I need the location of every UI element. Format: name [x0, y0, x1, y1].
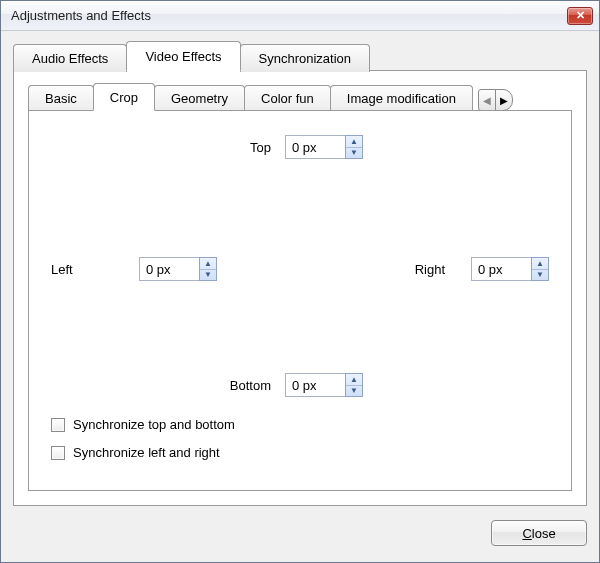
crop-left-group: Left ▲ ▼	[51, 257, 217, 281]
tab-audio-effects[interactable]: Audio Effects	[13, 44, 127, 72]
tab-synchronization[interactable]: Synchronization	[240, 44, 371, 72]
dialog-window: Adjustments and Effects ✕ Audio Effects …	[0, 0, 600, 563]
window-title: Adjustments and Effects	[11, 8, 567, 23]
spin-down-icon[interactable]: ▼	[200, 270, 216, 281]
video-effects-panel: Basic Crop Geometry Color fun Image modi…	[13, 70, 587, 506]
tab-image-modification[interactable]: Image modification	[330, 85, 473, 111]
spin-up-icon[interactable]: ▲	[532, 258, 548, 270]
crop-left-spin: ▲ ▼	[199, 257, 217, 281]
tab-video-effects[interactable]: Video Effects	[126, 41, 240, 71]
crop-top-stepper: ▲ ▼	[285, 135, 363, 159]
crop-top-input[interactable]	[285, 135, 345, 159]
sync-left-right-checkbox[interactable]	[51, 446, 65, 460]
crop-bottom-spin: ▲ ▼	[345, 373, 363, 397]
tab-crop[interactable]: Crop	[93, 83, 155, 111]
crop-bottom-input[interactable]	[285, 373, 345, 397]
crop-right-spin: ▲ ▼	[531, 257, 549, 281]
crop-left-label: Left	[51, 262, 91, 277]
sync-left-right-label: Synchronize left and right	[73, 445, 220, 460]
crop-left-input[interactable]	[139, 257, 199, 281]
spin-up-icon[interactable]: ▲	[346, 374, 362, 386]
crop-top-label: Top	[215, 140, 271, 155]
tab-scroll-left-icon[interactable]: ◀	[478, 89, 496, 111]
crop-bottom-group: Bottom ▲ ▼	[215, 373, 363, 397]
spin-up-icon[interactable]: ▲	[200, 258, 216, 270]
crop-bottom-label: Bottom	[215, 378, 271, 393]
client-area: Audio Effects Video Effects Synchronizat…	[1, 31, 599, 562]
sync-top-bottom-row[interactable]: Synchronize top and bottom	[51, 417, 235, 432]
close-icon[interactable]: ✕	[567, 7, 593, 25]
crop-left-stepper: ▲ ▼	[139, 257, 217, 281]
sync-top-bottom-checkbox[interactable]	[51, 418, 65, 432]
sync-left-right-row[interactable]: Synchronize left and right	[51, 445, 220, 460]
close-rest: lose	[532, 526, 556, 541]
crop-right-group: Right ▲ ▼	[405, 257, 549, 281]
video-effects-tabbar: Basic Crop Geometry Color fun Image modi…	[28, 83, 572, 111]
tab-color-fun[interactable]: Color fun	[244, 85, 331, 111]
spin-up-icon[interactable]: ▲	[346, 136, 362, 148]
spin-down-icon[interactable]: ▼	[532, 270, 548, 281]
dialog-footer: Close	[13, 506, 587, 550]
crop-right-label: Right	[405, 262, 445, 277]
crop-right-stepper: ▲ ▼	[471, 257, 549, 281]
tab-geometry[interactable]: Geometry	[154, 85, 245, 111]
crop-top-spin: ▲ ▼	[345, 135, 363, 159]
spin-down-icon[interactable]: ▼	[346, 386, 362, 397]
crop-panel: Top ▲ ▼ Left	[28, 110, 572, 491]
crop-right-input[interactable]	[471, 257, 531, 281]
crop-layout: Top ▲ ▼ Left	[45, 131, 555, 476]
tab-scroll: ◀ ▶	[478, 89, 513, 111]
crop-top-group: Top ▲ ▼	[215, 135, 363, 159]
titlebar: Adjustments and Effects ✕	[1, 1, 599, 31]
sync-top-bottom-label: Synchronize top and bottom	[73, 417, 235, 432]
tab-basic[interactable]: Basic	[28, 85, 94, 111]
close-mnemonic: C	[522, 526, 531, 541]
main-tabbar: Audio Effects Video Effects Synchronizat…	[13, 41, 587, 71]
crop-bottom-stepper: ▲ ▼	[285, 373, 363, 397]
close-button[interactable]: Close	[491, 520, 587, 546]
spin-down-icon[interactable]: ▼	[346, 148, 362, 159]
tab-scroll-right-icon[interactable]: ▶	[495, 89, 513, 111]
